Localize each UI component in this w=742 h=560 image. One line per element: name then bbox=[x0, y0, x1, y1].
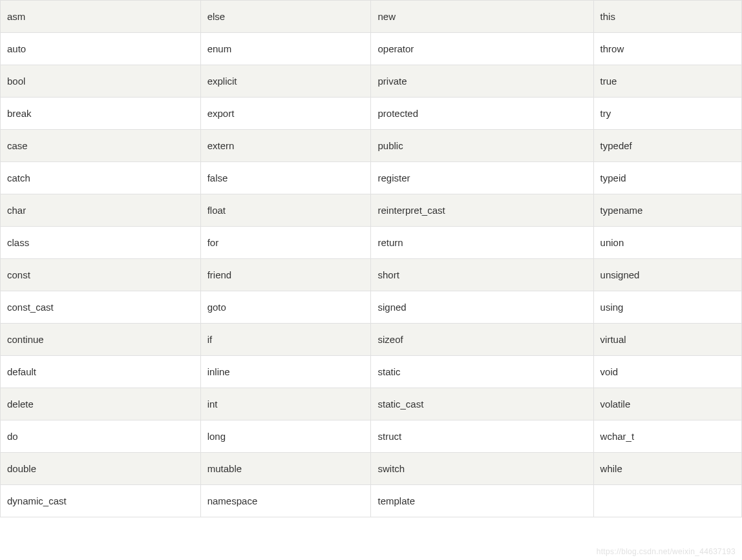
keyword-cell: inline bbox=[200, 356, 371, 388]
keyword-cell: this bbox=[593, 1, 741, 33]
keyword-cell: const bbox=[1, 259, 201, 291]
keyword-cell: new bbox=[371, 1, 593, 33]
keyword-cell: auto bbox=[1, 33, 201, 65]
keyword-cell: void bbox=[593, 356, 741, 388]
keyword-cell: register bbox=[371, 162, 593, 194]
keyword-cell: wchar_t bbox=[593, 420, 741, 453]
keyword-cell: private bbox=[371, 65, 593, 98]
keyword-cell: virtual bbox=[593, 324, 741, 356]
keyword-cell: reinterpret_cast bbox=[371, 194, 593, 227]
keyword-cell: typedef bbox=[593, 130, 741, 162]
keyword-cell: throw bbox=[593, 33, 741, 65]
keyword-cell: continue bbox=[1, 324, 201, 356]
table-row: case extern public typedef bbox=[1, 130, 742, 162]
keyword-cell: goto bbox=[200, 291, 371, 324]
keyword-cell: template bbox=[371, 485, 593, 517]
keyword-cell: asm bbox=[1, 1, 201, 33]
keyword-cell: default bbox=[1, 356, 201, 388]
table-row: catch false register typeid bbox=[1, 162, 742, 194]
keyword-cell: switch bbox=[371, 453, 593, 485]
keyword-cell: enum bbox=[200, 33, 371, 65]
table-row: char float reinterpret_cast typename bbox=[1, 194, 742, 227]
keyword-cell: export bbox=[200, 98, 371, 130]
keywords-table-body: asm else new this auto enum operator thr… bbox=[1, 1, 742, 517]
keyword-cell: try bbox=[593, 98, 741, 130]
keyword-cell: if bbox=[200, 324, 371, 356]
table-row: const_cast goto signed using bbox=[1, 291, 742, 324]
keyword-cell: char bbox=[1, 194, 201, 227]
table-row: class for return union bbox=[1, 227, 742, 259]
table-row: delete int static_cast volatile bbox=[1, 388, 742, 420]
keyword-cell: namespace bbox=[200, 485, 371, 517]
keyword-cell: catch bbox=[1, 162, 201, 194]
keyword-cell: static bbox=[371, 356, 593, 388]
table-row: auto enum operator throw bbox=[1, 33, 742, 65]
keyword-cell: mutable bbox=[200, 453, 371, 485]
keyword-cell: dynamic_cast bbox=[1, 485, 201, 517]
keyword-cell: else bbox=[200, 1, 371, 33]
keyword-cell: case bbox=[1, 130, 201, 162]
table-row: const friend short unsigned bbox=[1, 259, 742, 291]
keyword-cell: operator bbox=[371, 33, 593, 65]
keyword-cell: public bbox=[371, 130, 593, 162]
keyword-cell: extern bbox=[200, 130, 371, 162]
keyword-cell: float bbox=[200, 194, 371, 227]
table-row: asm else new this bbox=[1, 1, 742, 33]
keyword-cell: bool bbox=[1, 65, 201, 98]
keyword-cell: break bbox=[1, 98, 201, 130]
keyword-cell: friend bbox=[200, 259, 371, 291]
keyword-cell bbox=[593, 485, 741, 517]
keyword-cell: typename bbox=[593, 194, 741, 227]
keyword-cell: while bbox=[593, 453, 741, 485]
keyword-cell: const_cast bbox=[1, 291, 201, 324]
keyword-cell: signed bbox=[371, 291, 593, 324]
keyword-cell: do bbox=[1, 420, 201, 453]
keywords-table: asm else new this auto enum operator thr… bbox=[0, 0, 742, 517]
table-row: double mutable switch while bbox=[1, 453, 742, 485]
keyword-cell: class bbox=[1, 227, 201, 259]
table-row: dynamic_cast namespace template bbox=[1, 485, 742, 517]
keyword-cell: int bbox=[200, 388, 371, 420]
table-row: do long struct wchar_t bbox=[1, 420, 742, 453]
keyword-cell: short bbox=[371, 259, 593, 291]
keyword-cell: sizeof bbox=[371, 324, 593, 356]
keyword-cell: false bbox=[200, 162, 371, 194]
keyword-cell: unsigned bbox=[593, 259, 741, 291]
keyword-cell: delete bbox=[1, 388, 201, 420]
keyword-cell: true bbox=[593, 65, 741, 98]
table-row: bool explicit private true bbox=[1, 65, 742, 98]
keyword-cell: explicit bbox=[200, 65, 371, 98]
table-row: break export protected try bbox=[1, 98, 742, 130]
keyword-cell: double bbox=[1, 453, 201, 485]
table-row: continue if sizeof virtual bbox=[1, 324, 742, 356]
keyword-cell: using bbox=[593, 291, 741, 324]
keyword-cell: union bbox=[593, 227, 741, 259]
keyword-cell: static_cast bbox=[371, 388, 593, 420]
keyword-cell: volatile bbox=[593, 388, 741, 420]
keyword-cell: typeid bbox=[593, 162, 741, 194]
keyword-cell: return bbox=[371, 227, 593, 259]
keyword-cell: long bbox=[200, 420, 371, 453]
keyword-cell: struct bbox=[371, 420, 593, 453]
table-row: default inline static void bbox=[1, 356, 742, 388]
keyword-cell: protected bbox=[371, 98, 593, 130]
keyword-cell: for bbox=[200, 227, 371, 259]
